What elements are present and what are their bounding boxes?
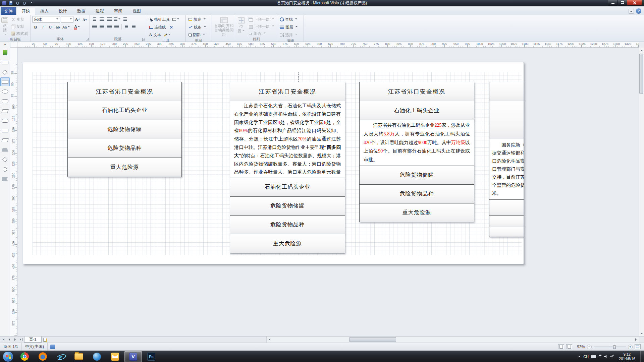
ime-language-indicator[interactable]: CH (583, 355, 589, 359)
flowchart-shape[interactable] (489, 101, 524, 139)
taskbar-mail-button[interactable] (106, 351, 124, 362)
underline-button[interactable]: U (47, 24, 54, 30)
redo-button[interactable] (21, 0, 27, 6)
action-center-icon[interactable] (599, 355, 601, 358)
stencil-shape-parallelogram[interactable] (0, 107, 10, 115)
send-backward-button[interactable]: 下移一层 (247, 23, 275, 30)
minimize-button[interactable] (608, 0, 618, 6)
italic-button[interactable]: I (40, 24, 46, 30)
qat-customize-button[interactable] (28, 0, 34, 6)
taskbar-photoshop-button[interactable] (143, 351, 160, 362)
flowchart-shape[interactable]: 江苏省港口安全概况 (230, 82, 345, 101)
connector-tool-button[interactable]: 连接线 (148, 24, 167, 31)
flowchart-shape[interactable]: 石油化工码头企业 (67, 101, 182, 120)
scroll-up-button[interactable] (639, 48, 644, 53)
fit-page-to-window-button[interactable] (635, 344, 641, 349)
taskbar-folder-button[interactable] (70, 351, 88, 362)
maximize-button[interactable] (618, 0, 627, 6)
page-indicator[interactable]: 页面 1/1 (0, 343, 22, 351)
select-button[interactable]: 选择 (278, 32, 302, 38)
increase-indent-button[interactable] (106, 16, 113, 22)
taskbar-visio-button[interactable] (124, 351, 142, 362)
flowchart-shape[interactable]: 重大危险源 (230, 234, 345, 253)
zoom-slider[interactable] (594, 345, 626, 349)
taskbar-browser-button[interactable] (88, 351, 106, 362)
grow-font-button[interactable]: A (74, 16, 81, 23)
zoom-level[interactable]: 93% (574, 345, 585, 349)
stencil-shape-flag[interactable] (0, 175, 10, 183)
tab-设计[interactable]: 设计 (54, 7, 72, 15)
find-button[interactable]: 查找 (278, 16, 302, 23)
zoom-slider-thumb[interactable] (613, 345, 616, 349)
bold-button[interactable]: B (32, 24, 39, 30)
stencil-shape-rectangle-2[interactable] (0, 126, 10, 135)
stencil-shape-diamond-2[interactable] (0, 155, 10, 164)
scroll-left-button[interactable] (267, 337, 272, 343)
previous-page-button[interactable] (6, 337, 12, 343)
scroll-down-button[interactable] (639, 331, 644, 336)
stencil-shape-rounded-rectangle[interactable] (0, 116, 10, 125)
flowchart-shape[interactable]: 重大危险源 (359, 203, 474, 222)
change-case-button[interactable]: Aa (62, 24, 70, 30)
align-left-button[interactable] (91, 23, 98, 30)
fill-button[interactable]: 填充 (187, 16, 210, 23)
flowchart-shape[interactable] (489, 215, 524, 227)
tab-审阅[interactable]: 审阅 (109, 7, 127, 15)
zoom-in-button[interactable]: + (628, 345, 633, 349)
show-desktop-button[interactable] (640, 351, 644, 362)
undo-button[interactable] (14, 0, 20, 6)
vertical-scrollbar-thumb[interactable] (639, 54, 643, 94)
flowchart-shape[interactable]: 危险货物储罐 (230, 196, 345, 216)
paste-button[interactable]: 粘贴 (1, 16, 8, 37)
help-button[interactable] (636, 8, 641, 14)
stencil-shape-rectangle-selected[interactable] (0, 77, 10, 86)
view-fullscreen-button[interactable] (566, 344, 572, 349)
taskbar-chrome-button[interactable] (16, 351, 33, 362)
language-indicator[interactable]: 中文(中国) (22, 343, 48, 351)
view-normal-button[interactable] (558, 344, 564, 349)
keyboard-layout-icon[interactable] (591, 355, 596, 358)
clock[interactable]: 9:12 2014/5/16 (617, 352, 637, 361)
flowchart-shape[interactable]: 石油化工码头企业 (359, 101, 474, 120)
taskbar-internet-explorer-button[interactable] (52, 351, 69, 362)
zoom-out-button[interactable]: − (587, 345, 592, 349)
line-spacing-button[interactable] (113, 16, 121, 22)
flowchart-shape[interactable] (489, 82, 524, 101)
shrink-font-button[interactable]: A (82, 16, 88, 23)
flowchart-shape[interactable]: 危险货物品种 (359, 184, 474, 203)
align-top-button[interactable] (123, 23, 130, 30)
file-tab[interactable]: 文件 (1, 7, 16, 15)
taskbar-firefox-button[interactable] (34, 351, 51, 362)
strikethrough-button[interactable]: ab (54, 24, 61, 30)
flowchart-shape[interactable]: 危险货物品种 (230, 215, 345, 234)
position-button[interactable]: 位置 (237, 16, 245, 37)
copy-button[interactable]: 复制 (10, 23, 30, 30)
next-page-button[interactable] (12, 337, 18, 343)
horizontal-scrollbar-thumb[interactable] (349, 337, 396, 342)
line-button[interactable]: 线条 (187, 24, 210, 31)
last-page-button[interactable] (18, 337, 24, 343)
freeform-tool-button[interactable] (163, 32, 171, 38)
minimize-ribbon-button[interactable] (629, 9, 634, 14)
rectangle-tool-button[interactable] (172, 16, 180, 23)
layers-button[interactable]: 图层 (278, 24, 302, 31)
flowchart-shape[interactable]: 重大危险源 (67, 158, 182, 177)
network-icon[interactable] (610, 356, 611, 357)
flowchart-shape[interactable]: 江苏省港口安全概况 (67, 82, 182, 101)
flowchart-text-shape[interactable]: 江苏省共有石油化工码头企业225家，涉及从业人员大约5.8万人，拥有专业化石油化… (359, 120, 474, 166)
insert-page-button[interactable] (42, 337, 48, 343)
stencil-shape-ellipse[interactable] (0, 87, 10, 96)
text-tool-button[interactable]: A文本 (148, 32, 162, 38)
text-direction-button[interactable] (122, 16, 128, 22)
tab-插入[interactable]: 插入 (35, 7, 54, 15)
align-right-button[interactable] (106, 23, 113, 30)
align-middle-button[interactable] (130, 23, 137, 30)
bring-forward-button[interactable]: 上移一层 (247, 16, 275, 23)
drawing-canvas[interactable]: 江苏省港口安全概况石油化工码头企业危险货物储罐危险货物品种重大危险源江苏省港口安… (17, 48, 639, 336)
flowchart-text-shape[interactable]: 江苏是个石化大省，石油化工码头及其仓储式石化产业的基础支撑和生命线，依托沿江港口… (230, 101, 345, 178)
drawing-page[interactable]: 江苏省港口安全概况石油化工码头企业危险货物储罐危险货物品种重大危险源江苏省港口安… (23, 62, 524, 264)
ruler-horizontal[interactable]: 2550751001251501752002252502753003253503… (17, 42, 639, 48)
stencil-shape-rectangle[interactable] (0, 58, 10, 67)
stencil-shape-circle[interactable] (0, 165, 10, 174)
vertical-scrollbar[interactable] (639, 48, 644, 336)
